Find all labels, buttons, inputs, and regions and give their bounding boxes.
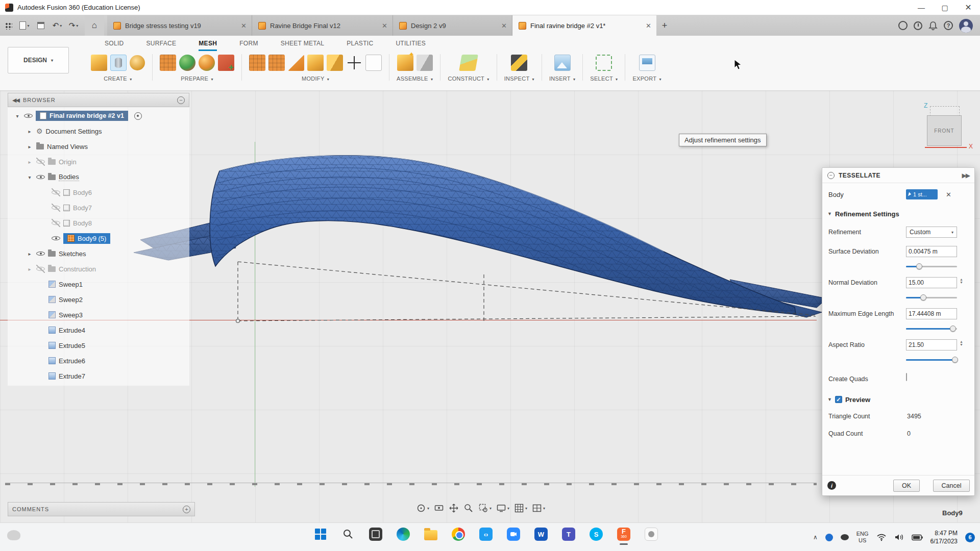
construct-menu[interactable]: CONSTRUCT ▾ bbox=[448, 76, 489, 82]
tree-item-extrude5[interactable]: Extrude5 bbox=[8, 338, 189, 353]
tab-sheet-metal[interactable]: SHEET METAL bbox=[281, 40, 325, 51]
tab-plastic[interactable]: PLASTIC bbox=[347, 40, 373, 51]
close-tab-icon[interactable]: ✕ bbox=[378, 22, 387, 30]
mesh-bridge-model[interactable] bbox=[102, 132, 827, 417]
create-cylinder-icon[interactable] bbox=[110, 55, 127, 71]
export-icon[interactable] bbox=[639, 55, 655, 71]
tree-item-sweep2[interactable]: Sweep2 bbox=[8, 292, 189, 307]
viewcube-top-face[interactable] bbox=[930, 106, 960, 116]
panel-minus-button[interactable]: − bbox=[177, 96, 185, 104]
assemble-join-icon[interactable] bbox=[416, 55, 433, 71]
cancel-button[interactable]: Cancel bbox=[933, 480, 970, 492]
view-cube[interactable]: Z FRONT X bbox=[919, 102, 977, 156]
history-icon[interactable] bbox=[914, 21, 922, 30]
expand-arrow-icon[interactable]: ▸ bbox=[26, 159, 33, 165]
comments-bar[interactable]: COMMENTS + bbox=[8, 502, 195, 516]
slider-handle[interactable] bbox=[916, 263, 922, 269]
normal-deviation-slider[interactable] bbox=[906, 294, 957, 301]
visibility-off-icon[interactable] bbox=[52, 188, 60, 196]
browser-header[interactable]: ◀◀ BROWSER − bbox=[8, 93, 189, 107]
slider-handle[interactable] bbox=[950, 325, 956, 332]
expand-arrow-icon[interactable]: ▸ bbox=[26, 266, 33, 272]
document-tab[interactable]: Design 2 v9 ✕ bbox=[393, 15, 512, 36]
tab-utilities[interactable]: UTILITIES bbox=[396, 40, 426, 51]
insert-menu[interactable]: INSERT ▾ bbox=[549, 76, 575, 82]
surface-deviation-slider[interactable] bbox=[906, 263, 957, 270]
expand-arrow-icon[interactable]: ▸ bbox=[26, 144, 33, 149]
viewports-button[interactable]: ▾ bbox=[532, 503, 545, 513]
create-quads-checkbox[interactable] bbox=[906, 373, 907, 381]
tray-app-icon-blue[interactable] bbox=[825, 534, 833, 541]
orbit-button[interactable]: ▾ bbox=[416, 503, 429, 513]
refinement-settings-section[interactable]: ▼ Refinement Settings bbox=[822, 208, 974, 219]
volume-icon[interactable] bbox=[894, 533, 904, 541]
clear-selection-icon[interactable]: ✕ bbox=[946, 191, 951, 198]
clock-datetime[interactable]: 8:47 PM6/17/2023 bbox=[930, 529, 958, 545]
maximize-button[interactable]: ▢ bbox=[933, 0, 957, 15]
tree-item-body7[interactable]: Body7 bbox=[8, 200, 189, 215]
export-menu[interactable]: EXPORT ▾ bbox=[632, 76, 661, 82]
tree-item-extrude7[interactable]: Extrude7 bbox=[8, 368, 189, 384]
expand-arrow-icon[interactable]: ▾ bbox=[14, 113, 21, 119]
tree-item-body6[interactable]: Body6 bbox=[8, 185, 189, 200]
tree-item-named-views[interactable]: ▸ Named Views bbox=[8, 139, 189, 154]
tray-overflow-chevron[interactable]: ∧ bbox=[813, 534, 818, 541]
visibility-on-icon[interactable] bbox=[24, 112, 33, 120]
notification-count-badge[interactable]: 6 bbox=[965, 533, 975, 542]
tree-item-bodies[interactable]: ▾ Bodies bbox=[8, 169, 189, 185]
chrome-button[interactable] bbox=[451, 527, 465, 541]
new-tab-button[interactable]: + bbox=[656, 15, 673, 36]
surface-deviation-input[interactable] bbox=[906, 246, 957, 257]
expand-arrow-icon[interactable]: ▸ bbox=[26, 129, 33, 134]
undo-button[interactable]: ↶▾ bbox=[49, 15, 65, 36]
app-grid-button[interactable] bbox=[0, 15, 16, 36]
battery-icon[interactable] bbox=[912, 534, 923, 541]
modify-tessellate-icon[interactable] bbox=[249, 55, 265, 71]
document-tab-active[interactable]: Final ravine bridge #2 v1* ✕ bbox=[512, 15, 656, 36]
weather-widget-icon[interactable] bbox=[7, 530, 20, 540]
office-app-button[interactable]: W bbox=[534, 527, 548, 541]
expand-arrow-icon[interactable]: ▸ bbox=[26, 251, 33, 257]
info-icon[interactable]: i bbox=[827, 481, 836, 490]
preview-checkbox[interactable]: ✓ bbox=[835, 396, 842, 403]
tree-item-extrude6[interactable]: Extrude6 bbox=[8, 353, 189, 368]
tree-item-body8[interactable]: Body8 bbox=[8, 215, 189, 231]
tab-form[interactable]: FORM bbox=[239, 40, 258, 51]
user-avatar[interactable] bbox=[959, 19, 973, 33]
tree-item-sweep3[interactable]: Sweep3 bbox=[8, 307, 189, 322]
wifi-icon[interactable] bbox=[876, 533, 887, 541]
modify-shell-icon[interactable] bbox=[327, 55, 343, 71]
aspect-ratio-input[interactable] bbox=[906, 339, 957, 350]
prepare-reduce-icon[interactable] bbox=[179, 55, 195, 71]
tree-item-extrude4[interactable]: Extrude4 bbox=[8, 322, 189, 338]
select-menu[interactable]: SELECT ▾ bbox=[590, 76, 618, 82]
modify-menu[interactable]: MODIFY ▾ bbox=[302, 76, 329, 82]
task-view-button[interactable] bbox=[369, 527, 383, 541]
prepare-repair-icon[interactable] bbox=[199, 55, 215, 71]
skype-button[interactable]: S bbox=[589, 527, 603, 541]
slider-handle[interactable] bbox=[952, 357, 958, 363]
inspect-measure-icon[interactable] bbox=[511, 55, 527, 71]
collapse-dialog-icon[interactable]: − bbox=[827, 172, 835, 179]
file-menu-button[interactable]: ▾ bbox=[16, 15, 33, 36]
prepare-generate-icon[interactable] bbox=[218, 55, 234, 71]
zoom-button[interactable] bbox=[463, 503, 474, 513]
3d-viewport[interactable]: Adjust refinement settings Z FRONT X ◀◀ … bbox=[0, 91, 980, 522]
add-comment-button[interactable]: + bbox=[183, 506, 190, 513]
assemble-new-component-icon[interactable] bbox=[397, 55, 413, 71]
help-icon[interactable]: ? bbox=[944, 21, 953, 30]
activate-component-icon[interactable] bbox=[134, 112, 142, 120]
zoom-window-button[interactable]: ▾ bbox=[478, 503, 492, 513]
create-menu[interactable]: CREATE ▾ bbox=[104, 76, 132, 82]
tab-mesh[interactable]: MESH bbox=[199, 40, 217, 51]
notifications-bell-icon[interactable] bbox=[928, 21, 938, 31]
tab-solid[interactable]: SOLID bbox=[105, 40, 124, 51]
create-disc-icon[interactable] bbox=[130, 55, 145, 70]
tree-item-origin[interactable]: ▸ Origin bbox=[8, 154, 189, 169]
home-button[interactable]: ⌂ bbox=[85, 15, 104, 36]
preview-section[interactable]: ▼ ✓ Preview bbox=[822, 394, 974, 405]
prepare-remesh-icon[interactable] bbox=[160, 55, 176, 71]
tab-surface[interactable]: SURFACE bbox=[146, 40, 177, 51]
max-edge-length-slider[interactable] bbox=[906, 325, 957, 332]
modify-combine-icon[interactable] bbox=[307, 55, 324, 71]
